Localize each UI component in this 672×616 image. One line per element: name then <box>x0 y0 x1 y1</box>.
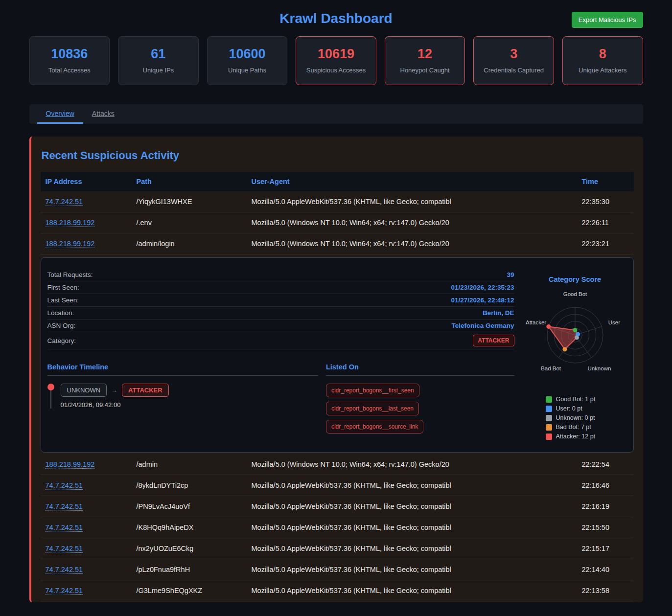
table-row[interactable]: 188.218.99.192/adminMozilla/5.0 (Windows… <box>41 454 634 475</box>
path-cell: /admin <box>132 454 247 475</box>
radar-point-good-bot <box>573 328 577 332</box>
ip-link[interactable]: 74.7.242.51 <box>46 481 83 490</box>
listed-on-title: Listed On <box>326 363 514 376</box>
tab-overview[interactable]: Overview <box>37 104 83 124</box>
from-category-badge: UNKNOWN <box>61 384 107 397</box>
header: Krawl Dashboard Export Malicious IPs <box>29 0 643 32</box>
stat-value: 3 <box>477 46 551 62</box>
behavior-timeline-section: Behavior TimelineUNKNOWN→ATTACKER01/24/2… <box>47 363 318 433</box>
detail-info-row: Category:ATTACKER <box>47 332 514 349</box>
legend-item: User: 0 pt <box>546 405 627 412</box>
path-cell: /8ykdLnDYTi2cp <box>132 475 247 496</box>
stat-card-total-accesses: 10836Total Accesses <box>29 36 110 85</box>
path-cell: /admin/login <box>132 233 247 254</box>
time-cell: 22:16:19 <box>577 496 634 517</box>
stat-card-unique-ips: 61Unique IPs <box>118 36 199 85</box>
detail-info-label: Total Requests: <box>47 271 93 278</box>
timeline-timestamp: 01/24/2026, 09:42:00 <box>61 401 169 409</box>
ip-link[interactable]: 74.7.242.51 <box>46 198 83 206</box>
category-score-section: Category ScoreGood BotUserUnknownBad Bot… <box>523 269 627 442</box>
table-row[interactable]: 188.218.99.192/admin/loginMozilla/5.0 (W… <box>41 233 634 254</box>
radar-point-unknown <box>575 335 579 340</box>
export-malicious-ips-button[interactable]: Export Malicious IPs <box>572 12 643 28</box>
radar-point-bad-bot <box>562 347 567 351</box>
stat-label: Honeypot Caught <box>388 67 462 74</box>
ip-link[interactable]: 188.218.99.192 <box>46 460 95 469</box>
listed-on-section: Listed Oncidr_report_bogons__first_seenc… <box>326 363 514 433</box>
path-cell: /pLz0Fnua9fRhH <box>132 559 247 580</box>
user-agent-cell: Mozilla/5.0 AppleWebKit/537.36 (KHTML, l… <box>247 580 577 601</box>
ip-cell: 74.7.242.51 <box>41 517 132 538</box>
table-row[interactable]: 74.7.242.51/K8HQq9hAipeDXMozilla/5.0 App… <box>41 517 634 538</box>
user-agent-cell: Mozilla/5.0 AppleWebKit/537.36 (KHTML, l… <box>247 496 577 517</box>
stat-label: Credentials Captured <box>477 67 551 74</box>
stat-label: Unique Attackers <box>566 67 640 74</box>
ip-link[interactable]: 74.7.242.51 <box>46 545 83 553</box>
table-header-row: IP AddressPathUser-AgentTime <box>41 172 634 191</box>
legend-label: Unknown: 0 pt <box>556 414 595 421</box>
detail-info-label: Location: <box>47 309 74 317</box>
ip-link[interactable]: 188.218.99.192 <box>46 219 95 227</box>
ip-cell: 188.218.99.192 <box>41 233 132 254</box>
stat-card-unique-paths: 10600Unique Paths <box>207 36 288 85</box>
ip-link[interactable]: 74.7.242.51 <box>46 566 83 574</box>
path-cell: /nx2yUOZuE6Ckg <box>132 538 247 559</box>
blocklist-badge: cidr_report_bogons__first_seen <box>326 384 419 397</box>
ip-link[interactable]: 188.218.99.192 <box>46 240 95 248</box>
blocklist-badge: cidr_report_bogons__last_seen <box>326 402 419 415</box>
detail-info-value: 01/23/2026, 22:35:23 <box>451 284 514 291</box>
user-agent-cell: Mozilla/5.0 AppleWebKit/537.36 (KHTML, l… <box>247 517 577 538</box>
listed-on-badges: cidr_report_bogons__first_seencidr_repor… <box>326 384 514 433</box>
table-row[interactable]: 74.7.242.51/nx2yUOZuE6CkgMozilla/5.0 App… <box>41 538 634 559</box>
legend-item: Unknown: 0 pt <box>546 414 627 421</box>
path-cell: /YiqykGI13WHXE <box>132 191 247 212</box>
detail-info-row: Total Requests:39 <box>47 269 514 281</box>
time-cell: 22:16:46 <box>577 475 634 496</box>
ip-link[interactable]: 74.7.242.51 <box>46 502 83 511</box>
table-row[interactable]: 74.7.242.51/PN9LvAcJ4uoVfMozilla/5.0 App… <box>41 496 634 517</box>
radar-axis-label-good-bot: Good Bot <box>563 291 587 297</box>
tab-attacks[interactable]: Attacks <box>83 104 123 124</box>
column-header-path: Path <box>132 172 247 191</box>
table-row[interactable]: 74.7.242.51/8ykdLnDYTi2cpMozilla/5.0 App… <box>41 475 634 496</box>
table-row[interactable]: 188.218.99.192/.envMozilla/5.0 (Windows … <box>41 212 634 233</box>
timeline-transition: UNKNOWN→ATTACKER <box>61 384 169 397</box>
path-cell: /K8HQq9hAipeDX <box>132 517 247 538</box>
path-cell: /PN9LvAcJ4uoVf <box>132 496 247 517</box>
tab-bar: OverviewAttacks <box>29 104 643 124</box>
ip-link[interactable]: 74.7.242.51 <box>46 524 83 532</box>
detail-info-row: First Seen:01/23/2026, 22:35:23 <box>47 281 514 294</box>
ip-cell: 74.7.242.51 <box>41 580 132 601</box>
detail-info-label: Category: <box>47 337 76 344</box>
legend-swatch-icon <box>546 433 552 440</box>
table-row[interactable]: 74.7.242.51/pLz0Fnua9fRhHMozilla/5.0 App… <box>41 559 634 580</box>
legend-label: Bad Bot: 7 pt <box>556 424 591 431</box>
detail-info-value: Telefonica Germany <box>451 322 514 329</box>
category-score-radar-chart: Good BotUserUnknownBad BotAttacker <box>523 287 627 381</box>
user-agent-cell: Mozilla/5.0 AppleWebKit/537.36 (KHTML, l… <box>247 191 577 212</box>
legend-swatch-icon <box>546 406 552 412</box>
ip-cell: 74.7.242.51 <box>41 191 132 212</box>
table-row[interactable]: 74.7.242.51/G3Lme9ShEQgXKZMozilla/5.0 Ap… <box>41 580 634 601</box>
time-cell: 22:14:40 <box>577 559 634 580</box>
time-cell: 22:22:54 <box>577 454 634 475</box>
stats-row: 10836Total Accesses61Unique IPs10600Uniq… <box>29 36 643 85</box>
legend-swatch-icon <box>546 396 552 403</box>
ip-link[interactable]: 74.7.242.51 <box>46 587 83 595</box>
legend-label: Good Bot: 1 pt <box>556 396 596 403</box>
stat-card-honeypot-caught: 12Honeypot Caught <box>385 36 465 85</box>
legend-swatch-icon <box>546 415 552 421</box>
blocklist-badge: cidr_report_bogons__source_link <box>326 420 423 433</box>
suspicious-activity-table: IP AddressPathUser-AgentTime 74.7.242.51… <box>41 172 634 601</box>
detail-info-label: ASN Org: <box>47 322 76 329</box>
ip-cell: 74.7.242.51 <box>41 475 132 496</box>
table-body: 74.7.242.51/YiqykGI13WHXEMozilla/5.0 App… <box>41 191 634 601</box>
user-agent-cell: Mozilla/5.0 AppleWebKit/537.36 (KHTML, l… <box>247 538 577 559</box>
table-row[interactable]: 74.7.242.51/YiqykGI13WHXEMozilla/5.0 App… <box>41 191 634 212</box>
detail-info-value: 01/27/2026, 22:48:12 <box>451 297 514 304</box>
arrow-right-icon: → <box>111 387 117 394</box>
time-cell: 22:23:21 <box>577 233 634 254</box>
category-attacker-badge: ATTACKER <box>473 335 514 346</box>
user-agent-cell: Mozilla/5.0 (Windows NT 10.0; Win64; x64… <box>247 233 577 254</box>
page-title: Krawl Dashboard <box>29 11 643 26</box>
